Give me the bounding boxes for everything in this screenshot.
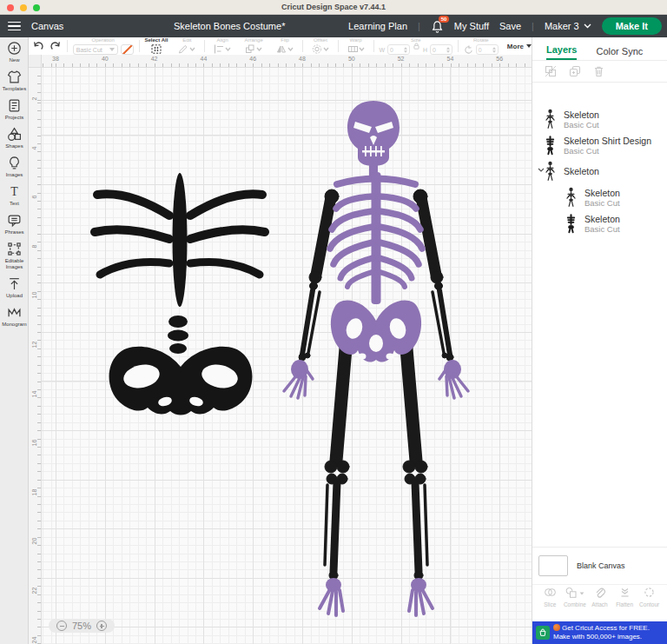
slice-icon [544,586,557,601]
sidebar-item-label: Monogram [2,322,27,328]
chevron-down-icon [109,48,115,51]
layer-row[interactable]: SkeletonBasic Cut [532,184,667,210]
window-title: Cricut Design Space v7.44.1 [0,3,667,11]
layers-panel: Layers Color Sync SkeletonBasic Cut Skel… [532,37,667,644]
sidebar-item-monogram[interactable]: Monogram [0,302,29,330]
tab-color-sync[interactable]: Color Sync [596,46,643,60]
width-input[interactable]: 0 [387,44,410,55]
layer-thumbnail-icon [545,109,557,129]
height-input[interactable]: 0 [430,44,452,55]
my-stuff-link[interactable]: My Stuff [454,21,489,31]
notifications-bell-icon[interactable]: 50 [431,20,444,33]
make-it-button[interactable]: Make It [602,17,662,35]
select-all-button[interactable] [148,44,165,54]
color-swatch-picker[interactable] [121,44,134,55]
select-all-label: Select All [145,37,168,43]
layer-row[interactable]: SkeletonBasic Cut [532,210,667,236]
height-stepper[interactable] [446,47,450,53]
attach-icon [593,586,606,601]
offset-button[interactable] [308,44,333,54]
menu-icon[interactable] [8,22,21,31]
delete-icon[interactable] [593,65,604,77]
hruler-number: 56 [496,56,503,62]
blank-canvas-swatch[interactable] [538,555,568,576]
sidebar-item-label: Templates [3,86,26,92]
width-label: W [379,47,385,53]
flatten-button[interactable]: Flatten [612,587,637,607]
layer-operation: Basic Cut [584,224,620,234]
new-icon [7,41,22,56]
height-value: 0 [433,47,436,53]
skeleton-graphic[interactable] [284,101,468,615]
hruler-number: 44 [200,56,207,62]
edit-label: Edit [182,37,191,43]
hruler-number: 50 [348,56,355,62]
duplicate-icon[interactable] [569,65,581,77]
lock-aspect-icon[interactable] [413,42,420,50]
sidebar-item-phrases[interactable]: Phrases [0,209,29,238]
arrange-button[interactable] [241,44,266,54]
sidebar-item-shapes[interactable]: Shapes [0,123,29,152]
tab-layers[interactable]: Layers [546,44,577,60]
cricut-access-banner[interactable]: Get Cricut Access for FREE. Make with 50… [532,621,667,644]
chevron-down-icon[interactable] [538,168,545,172]
more-button[interactable]: More [507,43,532,50]
text-icon: T [7,184,22,199]
flip-button[interactable] [273,44,297,54]
zoom-level: 75% [72,621,91,631]
zoom-out-button[interactable] [56,621,67,631]
edit-button[interactable] [175,44,199,54]
rotate-input[interactable]: 0 [476,44,499,55]
vruler-number: 12 [31,341,37,349]
skeleton-shirt-design-graphic[interactable] [95,173,265,415]
canvas-settings-section: Blank Canvas Slice Combine Attach Flatte… [532,547,667,621]
rotate-icon [464,45,473,55]
width-stepper[interactable] [404,47,407,53]
hruler-number: 38 [52,56,59,62]
sidebar-item-text[interactable]: T Text [0,181,29,209]
sidebar-item-images[interactable]: Images [0,152,29,181]
layer-name: Skeleton [584,188,620,198]
combine-button[interactable]: Combine [563,587,588,607]
learning-plan-link[interactable]: Learning Plan [348,21,407,31]
rotate-stepper[interactable] [492,47,496,53]
operation-select[interactable]: Basic Cut [73,44,118,55]
action-label: Contour [639,601,659,607]
hruler-number: 42 [151,56,158,62]
layer-group-row[interactable]: Skeleton [532,158,667,184]
attach-button[interactable]: Attach [587,587,612,607]
undo-button[interactable] [29,41,47,51]
offset-group: Offset [305,37,336,55]
zoom-in-button[interactable] [96,621,107,631]
design-canvas[interactable]: 75% [42,68,532,644]
warp-button[interactable] [344,44,368,54]
redo-button[interactable] [47,41,65,51]
sidebar-item-projects[interactable]: Projects [0,95,29,123]
layer-name: Skeleton [564,110,599,120]
sidebar-item-upload[interactable]: Upload [0,273,29,302]
contour-button[interactable]: Contour [637,587,662,607]
layer-thumbnail-icon [545,161,557,182]
sidebar-item-templates[interactable]: Templates [0,66,29,95]
ungroup-icon[interactable] [545,65,557,77]
rotate-label: Rotate [473,37,489,43]
ruler-corner [29,55,42,68]
warp-label: Warp [350,37,362,43]
canvas-nav-label[interactable]: Canvas [31,21,63,31]
sidebar-item-label: Upload [6,293,23,299]
macos-titlebar: Cricut Design Space v7.44.1 [0,0,667,15]
rotate-value: 0 [479,47,482,53]
layer-row[interactable]: Skeleton Shirt DesignBasic Cut [532,132,667,158]
sidebar-item-new[interactable]: New [0,37,29,66]
upload-icon [7,276,22,291]
machine-selector[interactable]: Maker 3 [545,21,591,31]
save-button[interactable]: Save [499,21,521,31]
sidebar-item-editable-images[interactable]: Editable Images [0,238,29,273]
slice-button[interactable]: Slice [538,587,563,607]
edit-group: Edit [171,37,202,55]
align-button[interactable] [210,44,234,54]
vruler-number: 22 [31,587,37,595]
vruler-number: 2 [31,95,37,103]
layer-row[interactable]: SkeletonBasic Cut [532,106,667,132]
banner-line1: Get Cricut Access for FREE. [553,624,650,633]
